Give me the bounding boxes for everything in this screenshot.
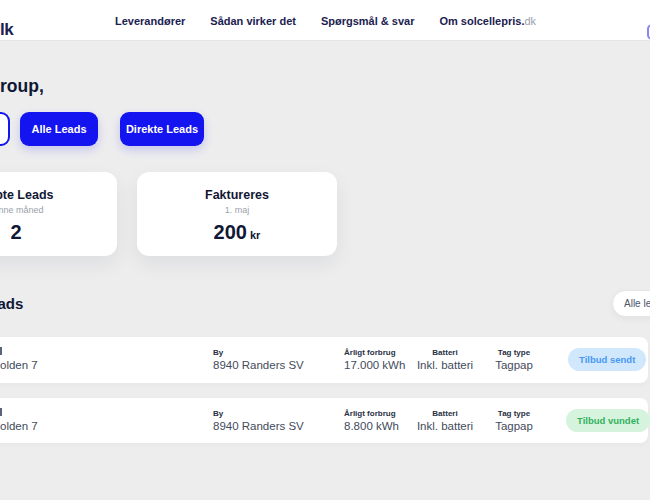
nav-about-prefix: Om	[439, 15, 460, 27]
battery-column-label: Batteri	[432, 348, 457, 357]
nav-item-leverandorer[interactable]: Leverandører	[115, 15, 185, 27]
roof-column-label: Tag type	[498, 348, 530, 357]
lead-battery: Inkl. batteri	[417, 359, 473, 371]
nav-item-om-solcellepris[interactable]: Om solcellepris.dk	[439, 15, 536, 27]
leads-filter-dropdown[interactable]: Alle leads	[612, 290, 650, 317]
stat-card-faktureres: Faktureres 1. maj 200 kr	[137, 172, 337, 256]
battery-column-label: Batteri	[432, 409, 457, 418]
main-nav: Leverandører Sådan virker det Spørgsmål …	[115, 0, 536, 41]
brand-logo[interactable]: lk	[0, 20, 13, 40]
nav-item-sporgsmal-svar[interactable]: Spørgsmål & svar	[321, 15, 415, 27]
lead-consumption: 17.000 kWh	[344, 359, 405, 371]
filter-button-clipped[interactable]	[0, 112, 10, 146]
lead-battery-cell: Batteri Inkl. batteri	[417, 337, 473, 383]
nav-about-tld: dk	[524, 15, 536, 27]
stat-card-value: 2	[10, 221, 21, 244]
top-navbar: lk Leverandører Sådan virker det Spørgsm…	[0, 0, 650, 41]
page: lk Leverandører Sådan virker det Spørgsm…	[0, 0, 650, 500]
nav-about-brand: solcellepris.	[461, 15, 525, 27]
status-badge-tilbud-vundet: Tilbud vundet	[566, 409, 650, 432]
lead-city: 8940 Randers SV	[213, 420, 304, 432]
stat-card-subtitle: 1. maj	[137, 205, 337, 215]
status-badge-tilbud-sendt: Tilbud sendt	[568, 348, 646, 371]
roof-column-label: Tag type	[498, 409, 530, 418]
city-column-label: By	[213, 409, 223, 418]
greeting-heading: roup,	[0, 76, 44, 97]
stat-card-unit: kr	[250, 229, 260, 241]
lead-roof: Tagpap	[495, 359, 533, 371]
consumption-column-label: Årligt forbrug	[344, 348, 396, 357]
address-label-clipped	[0, 347, 2, 355]
lead-battery: Inkl. batteri	[417, 420, 473, 432]
lead-roof-cell: Tag type Tagpap	[492, 398, 536, 443]
lead-roof: Tagpap	[495, 420, 533, 432]
nav-item-sadan-virker-det[interactable]: Sådan virker det	[210, 15, 296, 27]
consumption-column-label: Årligt forbrug	[344, 409, 396, 418]
lead-battery-cell: Batteri Inkl. batteri	[417, 398, 473, 443]
stat-card-kobte-leads: Købte Leads denne måned 2	[0, 172, 117, 256]
direkte-leads-button[interactable]: Direkte Leads	[120, 112, 204, 146]
stat-card-title: Købte Leads	[0, 188, 117, 202]
lead-roof-cell: Tag type Tagpap	[492, 337, 536, 383]
lead-row[interactable]: olden 7 By 8940 Randers SV Årligt forbru…	[0, 337, 648, 383]
lead-consumption: 8.800 kWh	[344, 420, 399, 432]
lead-address: olden 7	[0, 420, 38, 432]
leads-section-title: Leads	[0, 295, 23, 312]
city-column-label: By	[213, 348, 223, 357]
address-label-clipped	[0, 408, 2, 416]
lead-row[interactable]: olden 7 By 8940 Randers SV Årligt forbru…	[0, 398, 648, 443]
lead-city: 8940 Randers SV	[213, 359, 304, 371]
lead-address: olden 7	[0, 359, 38, 371]
stat-card-value: 200	[214, 221, 247, 244]
alle-leads-button[interactable]: Alle Leads	[20, 112, 98, 146]
stat-card-subtitle: denne måned	[0, 205, 117, 215]
stat-card-title: Faktureres	[137, 188, 337, 202]
